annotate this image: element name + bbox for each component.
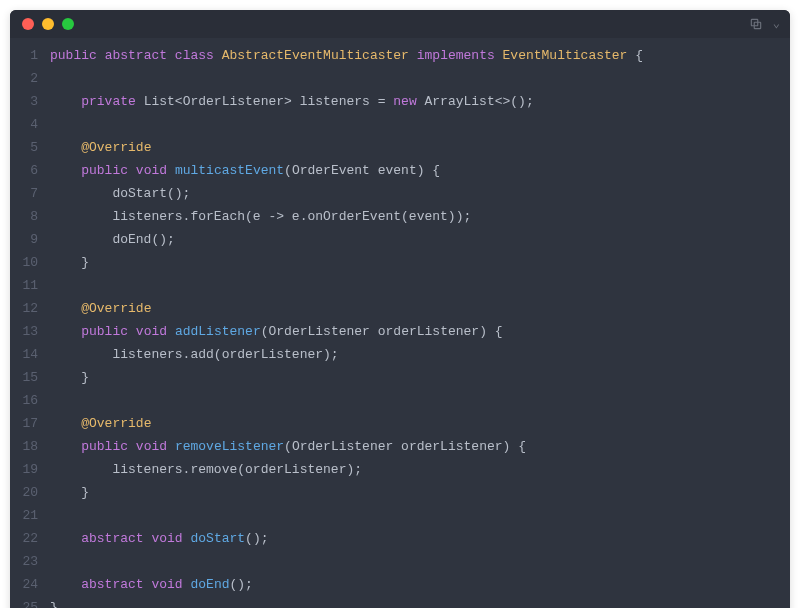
window-controls <box>22 18 74 30</box>
code-line <box>50 113 776 136</box>
code-line <box>50 389 776 412</box>
code-line: } <box>50 366 776 389</box>
code-editor: ⌄ 12345678910111213141516171819202122232… <box>10 10 790 608</box>
line-number: 10 <box>10 251 38 274</box>
code-line: public abstract class AbstractEventMulti… <box>50 44 776 67</box>
line-number: 16 <box>10 389 38 412</box>
code-line <box>50 550 776 573</box>
code-area: 1234567891011121314151617181920212223242… <box>10 38 790 608</box>
code-line: public void removeListener(OrderListener… <box>50 435 776 458</box>
titlebar: ⌄ <box>10 10 790 38</box>
line-number: 13 <box>10 320 38 343</box>
code-line: doStart(); <box>50 182 776 205</box>
line-number-gutter: 1234567891011121314151617181920212223242… <box>10 44 50 608</box>
line-number: 2 <box>10 67 38 90</box>
code-line: abstract void doEnd(); <box>50 573 776 596</box>
maximize-icon[interactable] <box>62 18 74 30</box>
line-number: 11 <box>10 274 38 297</box>
code-line: listeners.add(orderListener); <box>50 343 776 366</box>
line-number: 17 <box>10 412 38 435</box>
line-number: 4 <box>10 113 38 136</box>
line-number: 23 <box>10 550 38 573</box>
code-line: listeners.remove(orderListener); <box>50 458 776 481</box>
line-number: 9 <box>10 228 38 251</box>
code-line: } <box>50 596 776 608</box>
code-line: } <box>50 481 776 504</box>
line-number: 25 <box>10 596 38 608</box>
line-number: 7 <box>10 182 38 205</box>
line-number: 3 <box>10 90 38 113</box>
minimize-icon[interactable] <box>42 18 54 30</box>
code-line: abstract void doStart(); <box>50 527 776 550</box>
line-number: 8 <box>10 205 38 228</box>
code-line: public void addListener(OrderListener or… <box>50 320 776 343</box>
line-number: 14 <box>10 343 38 366</box>
code-line: @Override <box>50 412 776 435</box>
copy-icon[interactable] <box>749 17 763 31</box>
code-line: public void multicastEvent(OrderEvent ev… <box>50 159 776 182</box>
close-icon[interactable] <box>22 18 34 30</box>
code-line: listeners.forEach(e -> e.onOrderEvent(ev… <box>50 205 776 228</box>
code-line: @Override <box>50 297 776 320</box>
line-number: 5 <box>10 136 38 159</box>
line-number: 24 <box>10 573 38 596</box>
line-number: 6 <box>10 159 38 182</box>
code-content[interactable]: public abstract class AbstractEventMulti… <box>50 44 790 608</box>
line-number: 18 <box>10 435 38 458</box>
code-line <box>50 67 776 90</box>
line-number: 1 <box>10 44 38 67</box>
code-line: private List<OrderListener> listeners = … <box>50 90 776 113</box>
code-line <box>50 504 776 527</box>
code-line: doEnd(); <box>50 228 776 251</box>
chevron-down-icon[interactable]: ⌄ <box>773 16 780 31</box>
line-number: 15 <box>10 366 38 389</box>
code-line: } <box>50 251 776 274</box>
line-number: 19 <box>10 458 38 481</box>
line-number: 21 <box>10 504 38 527</box>
code-line <box>50 274 776 297</box>
code-line: @Override <box>50 136 776 159</box>
line-number: 22 <box>10 527 38 550</box>
line-number: 12 <box>10 297 38 320</box>
line-number: 20 <box>10 481 38 504</box>
